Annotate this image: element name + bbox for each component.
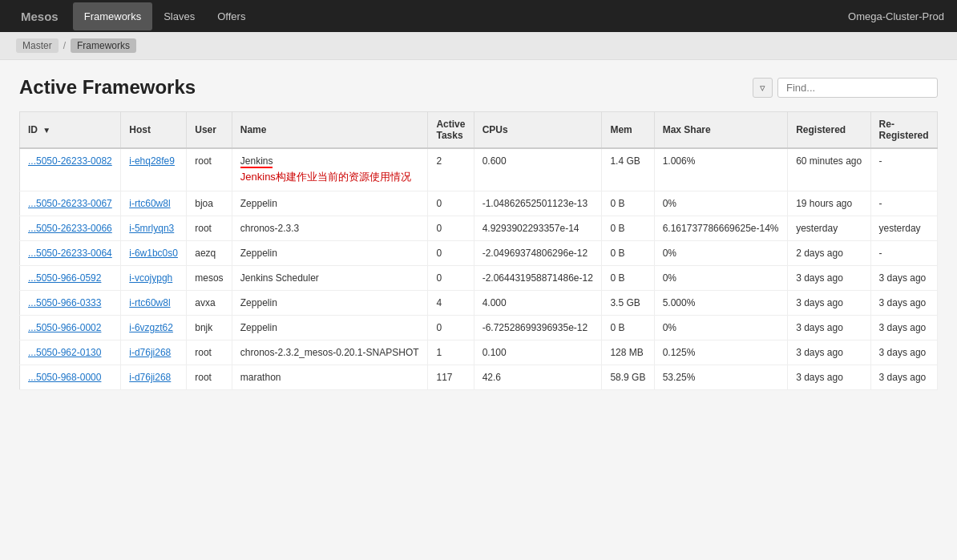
cell-id-link[interactable]: ...5050-26233-0066 [28, 223, 112, 234]
cell-reregistered: - [870, 241, 937, 266]
cell-tasks: 0 [428, 266, 474, 291]
cell-id[interactable]: ...5050-966-0002 [20, 316, 121, 340]
cell-host-link[interactable]: i-d76ji268 [129, 347, 171, 358]
cell-mem: 0 B [602, 216, 654, 241]
cell-id-link[interactable]: ...5050-26233-0064 [28, 248, 112, 259]
table-row: ...5050-26233-0066i-5mrlyqn3rootchronos-… [20, 216, 938, 241]
cell-host[interactable]: i-ehq28fe9 [121, 148, 187, 191]
col-registered[interactable]: Registered [788, 112, 870, 149]
cluster-name: Omega-Cluster-Prod [848, 10, 944, 22]
cell-id[interactable]: ...5050-966-0333 [20, 291, 121, 316]
cell-host[interactable]: i-d76ji268 [121, 340, 187, 365]
cell-host-link[interactable]: i-ehq28fe9 [129, 155, 175, 167]
cell-host[interactable]: i-6w1bc0s0 [121, 241, 187, 266]
cell-host[interactable]: i-d76ji268 [121, 365, 187, 390]
cell-id-link[interactable]: ...5050-966-0002 [28, 322, 101, 333]
cell-id[interactable]: ...5050-26233-0082 [20, 148, 121, 191]
page-title: Active Frameworks [19, 76, 196, 99]
cell-cpus: 0.100 [474, 340, 602, 365]
cell-host-link[interactable]: i-6vzgzt62 [129, 322, 173, 333]
col-user[interactable]: User [187, 112, 232, 149]
cell-max-share: 0.125% [654, 340, 787, 365]
cell-tasks: 0 [428, 216, 474, 241]
col-cpus[interactable]: CPUs [474, 112, 602, 149]
main-content: Active Frameworks ▿ ID ▼ Host User Name … [0, 60, 957, 406]
cell-registered: 60 minutes ago [788, 148, 870, 191]
nav-item-frameworks[interactable]: Frameworks [73, 2, 153, 30]
cell-id-link[interactable]: ...5050-26233-0067 [28, 198, 112, 209]
cell-reregistered: yesterday [870, 216, 937, 241]
col-name[interactable]: Name [232, 112, 428, 149]
filter-button[interactable]: ▿ [753, 78, 773, 98]
page-header: Active Frameworks ▿ [19, 76, 938, 99]
cell-id[interactable]: ...5050-26233-0066 [20, 216, 121, 241]
cell-id[interactable]: ...5050-26233-0064 [20, 241, 121, 266]
brand-logo: Mesos [13, 10, 67, 23]
cell-max-share: 53.25% [654, 365, 787, 390]
cell-name: Zeppelin [232, 291, 428, 316]
cell-id[interactable]: ...5050-966-0592 [20, 266, 121, 291]
cell-registered: 19 hours ago [788, 191, 870, 216]
cell-name: Zeppelin [232, 191, 428, 216]
cell-name: JenkinsJenkins构建作业当前的资源使用情况 [232, 148, 428, 191]
col-max-share[interactable]: Max Share [654, 112, 787, 149]
cell-host[interactable]: i-rtc60w8l [121, 291, 187, 316]
cell-mem: 0 B [602, 191, 654, 216]
cell-host-link[interactable]: i-5mrlyqn3 [129, 223, 174, 234]
nav-item-slaves[interactable]: Slaves [152, 2, 206, 30]
cell-tasks: 0 [428, 241, 474, 266]
cell-id-link[interactable]: ...5050-966-0333 [28, 297, 101, 308]
cell-user: bjoa [187, 191, 232, 216]
col-reregistered[interactable]: Re-Registered [870, 112, 937, 149]
cell-reregistered: 3 days ago [870, 316, 937, 340]
cell-host[interactable]: i-5mrlyqn3 [121, 216, 187, 241]
cell-host-link[interactable]: i-rtc60w8l [129, 198, 170, 209]
cell-id[interactable]: ...5050-26233-0067 [20, 191, 121, 216]
search-bar: ▿ [753, 78, 938, 98]
breadcrumb-frameworks[interactable]: Frameworks [71, 38, 136, 53]
cell-host[interactable]: i-6vzgzt62 [121, 316, 187, 340]
cell-host[interactable]: i-vcojypgh [121, 266, 187, 291]
breadcrumb: Master / Frameworks [0, 32, 957, 60]
cell-tasks: 1 [428, 340, 474, 365]
cell-name: Zeppelin [232, 316, 428, 340]
cell-host-link[interactable]: i-rtc60w8l [129, 297, 170, 308]
nav-item-offers[interactable]: Offers [206, 2, 256, 30]
cell-mem: 3.5 GB [602, 291, 654, 316]
cell-max-share: 0% [654, 266, 787, 291]
col-id[interactable]: ID ▼ [20, 112, 121, 149]
cell-user: root [187, 148, 232, 191]
cell-id-link[interactable]: ...5050-26233-0082 [28, 155, 112, 167]
cell-id-link[interactable]: ...5050-968-0000 [28, 372, 101, 383]
cell-tasks: 0 [428, 316, 474, 340]
cell-host[interactable]: i-rtc60w8l [121, 191, 187, 216]
cell-id[interactable]: ...5050-968-0000 [20, 365, 121, 390]
cell-id[interactable]: ...5050-962-0130 [20, 340, 121, 365]
table-row: ...5050-968-0000i-d76ji268rootmarathon11… [20, 365, 938, 390]
table-row: ...5050-962-0130i-d76ji268rootchronos-2.… [20, 340, 938, 365]
cell-reregistered: 3 days ago [870, 291, 937, 316]
cell-registered: 2 days ago [788, 241, 870, 266]
cell-id-link[interactable]: ...5050-966-0592 [28, 272, 101, 284]
cell-registered: 3 days ago [788, 340, 870, 365]
cell-id-link[interactable]: ...5050-962-0130 [28, 347, 101, 358]
cell-user: root [187, 365, 232, 390]
search-input[interactable] [777, 78, 938, 98]
cell-cpus: 42.6 [474, 365, 602, 390]
table-row: ...5050-966-0002i-6vzgzt62bnjkZeppelin0-… [20, 316, 938, 340]
cell-host-link[interactable]: i-6w1bc0s0 [129, 248, 178, 259]
col-host[interactable]: Host [121, 112, 187, 149]
cell-cpus: 0.600 [474, 148, 602, 191]
breadcrumb-master[interactable]: Master [16, 38, 59, 53]
col-active-tasks[interactable]: ActiveTasks [428, 112, 474, 149]
cell-host-link[interactable]: i-vcojypgh [129, 272, 172, 284]
cell-host-link[interactable]: i-d76ji268 [129, 372, 171, 383]
table-row: ...5050-26233-0067i-rtc60w8lbjoaZeppelin… [20, 191, 938, 216]
annotation-text: Jenkins构建作业当前的资源使用情况 [240, 170, 420, 184]
frameworks-table: ID ▼ Host User Name ActiveTasks CPUs Mem… [19, 111, 938, 390]
cell-mem: 0 B [602, 316, 654, 340]
col-mem[interactable]: Mem [602, 112, 654, 149]
cell-reregistered: 3 days ago [870, 340, 937, 365]
cell-mem: 128 MB [602, 340, 654, 365]
cell-max-share: 5.000% [654, 291, 787, 316]
